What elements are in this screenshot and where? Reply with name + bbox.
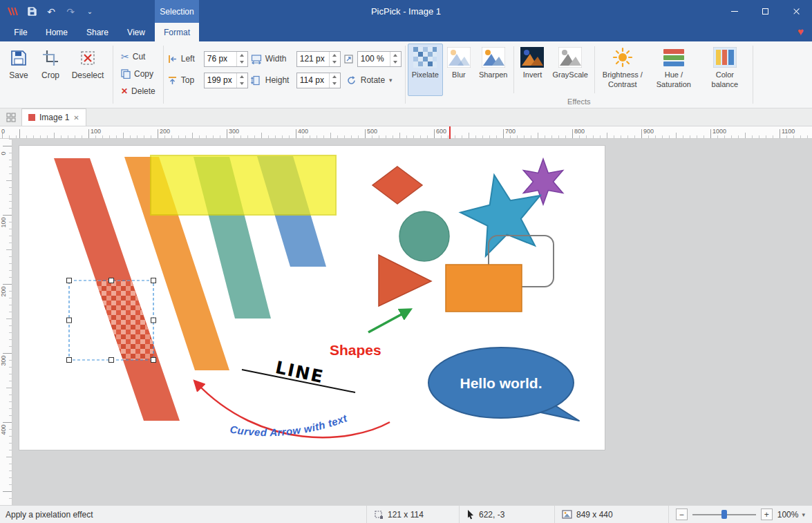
- rotate-button[interactable]: Rotate ▾: [343, 72, 402, 88]
- tab-close-icon[interactable]: ✕: [73, 114, 79, 122]
- width-step-down[interactable]: [330, 59, 340, 66]
- green-arrow: [368, 310, 409, 332]
- zoom-out-button[interactable]: −: [676, 508, 688, 520]
- cut-button[interactable]: ✂ Cut: [117, 49, 160, 64]
- zoom-slider[interactable]: [692, 508, 756, 520]
- selection-size-value: 121 x 114: [388, 510, 424, 520]
- left-step-up[interactable]: [237, 52, 247, 59]
- copy-icon: [121, 69, 131, 79]
- rotate-dropdown-icon: ▾: [389, 77, 393, 84]
- horizontal-ruler: 0 100 200 300 400 500 600 700 800 900 10…: [0, 126, 812, 139]
- redo-icon[interactable]: ↷: [64, 4, 77, 19]
- zoom-level[interactable]: 100% ▾: [777, 510, 808, 520]
- tab-home[interactable]: Home: [36, 23, 77, 41]
- effects-separator: [594, 46, 595, 93]
- close-button[interactable]: [781, 0, 812, 23]
- deselect-icon: [79, 49, 97, 67]
- minimize-button[interactable]: [719, 0, 750, 23]
- scale-step-down[interactable]: [390, 59, 401, 66]
- pixelated-region: [95, 280, 153, 360]
- tab-file[interactable]: File: [6, 23, 36, 41]
- top-spinbox: [204, 73, 248, 88]
- contextual-tab-selection[interactable]: Selection: [155, 0, 199, 23]
- crop-label: Crop: [41, 70, 59, 80]
- document-icon: [28, 114, 35, 121]
- ruler-label: 0: [1, 128, 5, 135]
- save-button[interactable]: Save: [3, 45, 35, 97]
- effect-blur-button[interactable]: Blur: [443, 44, 475, 96]
- cursor-position-marker: [449, 126, 451, 139]
- position-group: Left Top: [166, 44, 249, 108]
- window-controls: [719, 0, 812, 23]
- height-input[interactable]: [297, 73, 329, 88]
- ruler-label: 300: [0, 351, 7, 370]
- effect-color-balance-button[interactable]: Color balance: [699, 44, 750, 96]
- image-size-indicator: 849 x 440: [554, 506, 648, 523]
- effect-brightness-contrast-button[interactable]: Brightness / Contrast: [597, 44, 648, 96]
- workspace: 0 100 200 300 400: [0, 139, 812, 505]
- heart-icon[interactable]: ♥: [797, 26, 804, 37]
- document-tab-image1[interactable]: Image 1 ✕: [21, 108, 86, 126]
- delete-icon: ✕: [121, 86, 128, 96]
- selection-size-icon: [374, 510, 384, 520]
- left-input[interactable]: [205, 52, 236, 66]
- height-step-up[interactable]: [330, 73, 340, 81]
- crop-button[interactable]: Crop: [35, 45, 66, 97]
- width-field-label: Width: [265, 54, 293, 64]
- effect-hue-saturation-button[interactable]: Hue / Saturation: [648, 44, 699, 96]
- zoom-in-button[interactable]: +: [761, 508, 773, 520]
- ruler-label: 500: [367, 128, 377, 135]
- save-icon: [10, 49, 28, 67]
- shapes-text: Shapes: [330, 342, 381, 358]
- title-bar: ↶ ↷ ⌄ Selection PicPick - Image 1: [0, 0, 812, 23]
- width-step-up[interactable]: [330, 52, 340, 59]
- customize-toolbar-icon[interactable]: ⌄: [83, 4, 97, 19]
- zoom-slider-thumb[interactable]: [721, 510, 727, 519]
- copy-label: Copy: [134, 69, 153, 79]
- height-step-down[interactable]: [330, 80, 340, 88]
- maximize-button[interactable]: [750, 0, 781, 23]
- height-field-label: Height: [265, 75, 293, 85]
- quick-access-toolbar: ↶ ↷ ⌄: [0, 4, 97, 19]
- curved-arrow-text: Curved Arrow with text: [229, 412, 349, 438]
- diamond-shape: [372, 167, 422, 204]
- delete-label: Delete: [131, 86, 155, 96]
- deselect-label: Deselect: [72, 70, 104, 80]
- quick-save-icon[interactable]: [25, 4, 39, 19]
- ruler-label: 600: [436, 128, 446, 135]
- top-step-down[interactable]: [237, 80, 247, 88]
- picpick-window: ↶ ↷ ⌄ Selection PicPick - Image 1 File H…: [0, 0, 812, 523]
- effect-sharpen-button[interactable]: Sharpen: [475, 44, 512, 96]
- tab-list-icon[interactable]: [3, 109, 19, 126]
- delete-button[interactable]: ✕ Delete: [117, 84, 160, 99]
- circle-shape: [399, 211, 449, 261]
- pixelate-icon: [413, 47, 437, 68]
- ribbon: Save Crop Deselect ✂ Cut Copy: [0, 41, 812, 108]
- undo-icon[interactable]: ↶: [44, 4, 58, 19]
- top-step-up[interactable]: [237, 73, 247, 81]
- tab-share[interactable]: Share: [77, 23, 117, 41]
- tab-format[interactable]: Format: [155, 23, 199, 41]
- cut-icon: ✂: [121, 51, 129, 62]
- image-canvas[interactable]: Shapes LINE Curved Arrow with text Hello…: [19, 146, 605, 450]
- scale-input[interactable]: [358, 52, 390, 66]
- save-label: Save: [9, 70, 28, 80]
- status-hint: Apply a pixelation effect: [0, 510, 93, 520]
- speech-bubble-text: Hello world.: [460, 375, 542, 391]
- tab-view[interactable]: View: [117, 23, 155, 41]
- line-text: LINE: [274, 357, 326, 387]
- copy-button[interactable]: Copy: [117, 66, 160, 82]
- status-bar: Apply a pixelation effect 121 x 114 622,…: [0, 505, 812, 523]
- scale-step-up[interactable]: [390, 52, 401, 59]
- cursor-icon: [466, 510, 475, 520]
- canvas-background: Shapes LINE Curved Arrow with text Hello…: [12, 139, 812, 505]
- effect-pixelate-button[interactable]: Pixelate: [408, 44, 443, 96]
- width-input[interactable]: [297, 52, 329, 66]
- effect-grayscale-button[interactable]: GrayScale: [548, 44, 592, 96]
- left-step-down[interactable]: [237, 59, 247, 66]
- deselect-button[interactable]: Deselect: [66, 45, 109, 97]
- crop-icon: [41, 49, 59, 67]
- effect-invert-button[interactable]: Invert: [516, 44, 548, 96]
- top-input[interactable]: [205, 73, 236, 88]
- effect-invert-label: Invert: [523, 70, 542, 80]
